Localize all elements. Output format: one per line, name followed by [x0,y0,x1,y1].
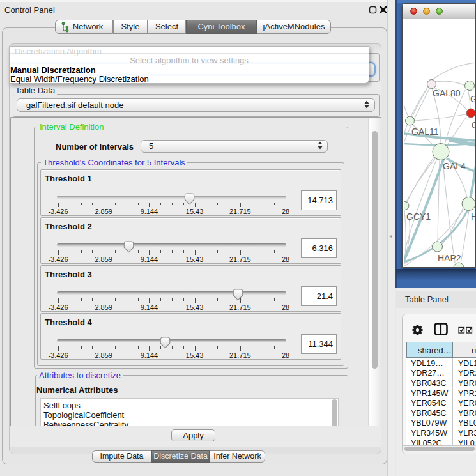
svg-text:HAP2: HAP2 [438,253,461,263]
svg-text:H: H [471,211,476,222]
svg-text:GAL11: GAL11 [411,127,439,137]
svg-text:GAL80: GAL80 [433,88,461,98]
svg-text:GA: GA [470,94,476,104]
svg-text:GCY1: GCY1 [406,211,431,222]
svg-text:C: C [472,120,476,130]
svg-text:GAL4: GAL4 [443,161,466,171]
